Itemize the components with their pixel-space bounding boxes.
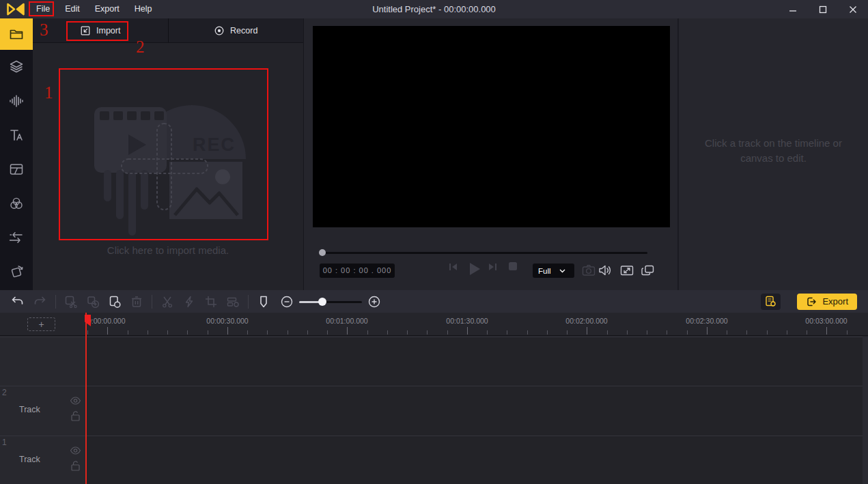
timeline-ruler[interactable]: + 0:00:00.000 00:00:30.000 00:01:00.000 … [0,313,868,336]
detach-preview-button[interactable] [640,263,655,281]
stop-button[interactable] [508,261,518,271]
split-button[interactable] [159,294,176,310]
sidebar-item-animations[interactable] [0,255,33,289]
track-2-header[interactable]: 2 Track [0,386,85,436]
playhead-line[interactable] [85,313,87,484]
split-screen-icon [8,161,25,177]
ruler-tick [687,330,688,334]
next-frame-button[interactable] [488,261,498,272]
timeline-track-1[interactable]: 1 Track [0,436,868,484]
timeline-track-2[interactable]: 2 Track [0,386,868,436]
track-1-header[interactable]: 1 Track [0,436,85,484]
eye-icon [70,397,81,405]
ruler-tick [826,327,827,334]
rotate-icon [8,264,25,280]
add-marker-button[interactable] [255,294,272,310]
add-track-button[interactable]: + [27,317,55,331]
ruler-label: 00:02:30.000 [683,317,731,325]
ruler-tick [267,330,268,334]
snapshot-button[interactable] [581,263,596,281]
track-lock-toggle[interactable] [70,410,81,424]
sidebar-item-media[interactable] [0,18,33,50]
ruler-label: 0:00:00.000 [87,317,131,325]
timeline-scrollbar[interactable] [863,337,868,484]
maximize-button[interactable] [808,0,838,18]
tab-record-label: Record [230,26,257,35]
timeline-empty-row[interactable] [0,337,868,386]
redo-icon [33,295,47,309]
fullscreen-button[interactable] [619,263,634,281]
crop-button[interactable] [203,294,219,310]
ruler-tick [427,330,428,334]
ruler-tick [627,330,628,334]
menu-export[interactable]: Export [87,0,127,18]
ruler-tick [847,330,848,334]
ruler-tick [167,330,168,334]
menu-edit[interactable]: Edit [57,0,87,18]
play-button[interactable] [468,261,481,276]
toolbar-separator [248,295,249,309]
preview-panel: 00 : 00 : 00 . 000 Full [304,18,677,290]
timeline-zoom-in-button[interactable] [366,294,382,310]
duplicate-window-icon [640,263,655,278]
track-visibility-toggle[interactable] [70,445,81,457]
expand-icon [619,263,634,278]
tab-record[interactable]: Record [169,18,304,42]
minimize-button[interactable] [778,0,808,18]
track-label: Track [19,405,40,414]
eye-icon [70,446,81,455]
window-controls [778,0,868,18]
slider-handle[interactable] [318,298,326,306]
timeline-zoom-out-button[interactable] [279,294,295,310]
track-number: 1 [2,438,7,447]
sidebar-item-filters[interactable] [0,186,33,220]
ruler-tick [347,327,348,334]
timeline-zoom-slider[interactable] [299,294,362,310]
ruler-label: 00:00:30.000 [204,317,251,325]
redo-button[interactable] [32,294,48,310]
close-button[interactable] [838,0,868,18]
marker-icon [257,295,270,309]
copy-button[interactable] [85,294,101,310]
rec-label: REC [193,134,236,155]
cut-selection-button[interactable] [63,294,79,310]
transitions-icon [8,229,25,246]
crop-icon [204,295,218,309]
clip-settings-button[interactable] [225,294,241,310]
track-lock-toggle[interactable] [70,460,81,474]
sidebar-item-text[interactable] [0,118,33,152]
track-1-lane[interactable] [85,436,868,484]
sidebar-item-transitions[interactable] [0,220,33,255]
undo-button[interactable] [9,294,25,310]
preview-canvas[interactable] [313,26,670,227]
sidebar-item-elements[interactable] [0,50,33,84]
tab-import[interactable]: Import [33,18,168,42]
scissors-icon [160,295,174,309]
export-settings-button[interactable] [761,294,781,310]
ruler-tick [288,330,288,334]
ruler-label: 00:03:00.000 [802,317,850,325]
filters-icon [8,195,25,212]
volume-button[interactable] [598,263,613,281]
paste-button[interactable] [107,294,123,310]
effects-button[interactable] [181,294,197,310]
lightning-icon [182,295,196,309]
track-visibility-toggle[interactable] [70,395,81,408]
previous-frame-button[interactable] [448,261,458,272]
sidebar-item-split-screen[interactable] [0,152,33,186]
track-lane-empty[interactable] [85,337,868,386]
track-number: 2 [2,388,7,397]
export-button[interactable]: Export [797,294,857,310]
seek-handle[interactable] [319,249,326,256]
menu-help[interactable]: Help [127,0,160,18]
menu-file[interactable]: File [29,0,57,18]
inspector-empty-message: Click a track on the timeline or canvas … [694,136,853,166]
ruler-tick [727,330,727,334]
media-library-empty[interactable]: REC [33,43,303,290]
camera-icon [581,263,596,278]
preview-zoom-select[interactable]: Full [533,264,574,278]
delete-button[interactable] [128,294,145,310]
sidebar-item-audio[interactable] [0,84,33,118]
seek-bar[interactable] [322,252,647,254]
track-2-lane[interactable] [85,386,868,436]
